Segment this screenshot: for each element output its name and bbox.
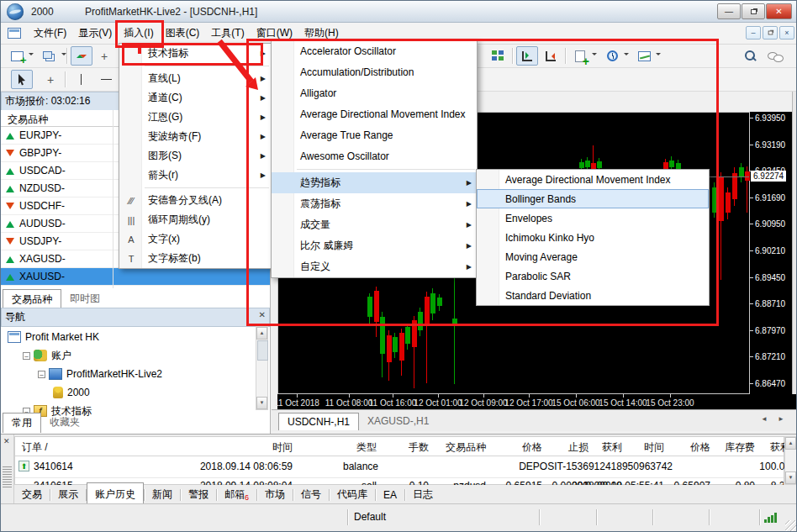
menu-item-图表C[interactable]: 图表(C) [160, 23, 206, 44]
indicator-menu-item-Alligator[interactable]: Alligator [272, 82, 477, 103]
minimize-button[interactable]: — [717, 3, 741, 19]
scroll-thumb[interactable] [257, 340, 268, 361]
column-header-交易品种[interactable]: 交易品种 [446, 440, 486, 455]
insert-menu-item-直线(L)[interactable]: 直线(L)▶ [119, 69, 271, 88]
order-number[interactable]: 3410614 [34, 461, 73, 472]
navigator-close-icon[interactable]: ✕ [259, 310, 266, 319]
trend-menu-item-Average Directional Movement Index[interactable]: Average Directional Movement Index [477, 170, 709, 189]
horizontal-line-button[interactable] [95, 70, 117, 89]
terminal-tab-账户历史[interactable]: 账户历史 [87, 482, 144, 505]
nav-item-账户[interactable]: –账户 [23, 346, 71, 365]
time-axis[interactable]: 11 Oct 201811 Oct 08:0011 Oct 16:0012 Oc… [277, 394, 797, 409]
crosshair-cursor-button[interactable]: + [93, 46, 115, 66]
menu-item-工具T[interactable]: 工具(T) [205, 23, 250, 44]
scroll-down-icon[interactable]: ▼ [785, 471, 796, 484]
terminal-tab-代码库[interactable]: 代码库 [330, 485, 375, 504]
nav-item-ProfitMarketHK-Live2[interactable]: –ProfitMarketHK-Live2 [38, 365, 162, 383]
trend-menu-item-Envelopes[interactable]: Envelopes [477, 208, 709, 228]
tab-收藏夹[interactable]: 收藏夹 [41, 413, 88, 432]
market-watch-toggle-button[interactable] [71, 46, 92, 66]
insert-menu-item-技术指标[interactable]: 技术指标▶ [119, 44, 271, 63]
indicator-menu-item-自定义[interactable]: 自定义▶ [272, 256, 477, 277]
terminal-scrollbar[interactable]: ▲ ▼ [784, 436, 797, 485]
indicator-menu-item-Awesome Oscillator[interactable]: Awesome Oscillator [272, 145, 477, 166]
insert-menu-item-图形(S)[interactable]: 图形(S)▶ [119, 146, 271, 166]
community-chat-button[interactable] [764, 46, 786, 66]
nav-item-Profit Market HK[interactable]: Profit Market HK [8, 328, 99, 346]
indicator-menu-item-Average True Range[interactable]: Average True Range [272, 124, 477, 145]
terminal-close-icon[interactable]: ✕ [3, 437, 10, 445]
terminal-tab-警报[interactable]: 警报 [181, 485, 216, 504]
column-header-时间[interactable]: 时间 [272, 440, 293, 455]
menu-item-插入I[interactable]: 插入(I) [118, 23, 159, 44]
scroll-down-icon[interactable]: ▼ [256, 397, 267, 409]
templates-dropdown-icon[interactable] [656, 53, 661, 58]
column-header-价格[interactable]: 价格 [522, 440, 542, 455]
insert-menu-item-循环周期线(y)[interactable]: |||循环周期线(y) [119, 210, 271, 229]
vertical-line-button[interactable] [70, 70, 92, 89]
periods-clock-dropdown-icon[interactable] [624, 53, 629, 58]
scroll-up-icon[interactable]: ▲ [785, 437, 796, 450]
column-header-库存费[interactable]: 库存费 [725, 440, 755, 455]
insert-menu-item-斐波纳奇(F)[interactable]: 斐波纳奇(F)▶ [119, 127, 271, 146]
menu-item-显示V[interactable]: 显示(V) [72, 23, 118, 44]
insert-menu-item-文字标签(b)[interactable]: T文字标签(b) [119, 249, 271, 268]
terminal-tab-信号[interactable]: 信号 [293, 485, 329, 504]
zoom-out-axis-button[interactable] [540, 46, 562, 66]
cursor-arrow-button[interactable] [11, 70, 33, 89]
terminal-tab-展示[interactable]: 展示 [50, 485, 86, 504]
add-indicator-button[interactable] [569, 46, 591, 66]
column-header-时间[interactable]: 时间 [644, 440, 664, 455]
menu-item-文件F[interactable]: 文件(F) [28, 23, 72, 44]
navigator-scrollbar[interactable]: ▲ ▼ [256, 326, 268, 410]
resize-grip[interactable] [785, 520, 796, 531]
templates-button[interactable] [633, 46, 655, 66]
profile-name[interactable]: Default [354, 511, 386, 523]
insert-menu-item-文字(x)[interactable]: A文字(x) [119, 229, 271, 249]
terminal-tab-新闻[interactable]: 新闻 [145, 485, 180, 504]
expand-icon[interactable]: – [38, 371, 45, 378]
tab-常用[interactable]: 常用 [3, 413, 41, 433]
maximize-button[interactable] [742, 3, 765, 19]
add-indicator-dropdown-icon[interactable] [592, 53, 597, 58]
profiles-button[interactable] [39, 46, 61, 66]
chart-tab-XAGUSD-,H1[interactable]: XAGUSD-,H1 [359, 413, 437, 429]
tab-即时图[interactable]: 即时图 [61, 289, 108, 308]
chart-tab-USDCNH-,H1[interactable]: USDCNH-,H1 [278, 413, 359, 430]
tile-windows-button[interactable] [487, 46, 509, 66]
indicator-menu-item-趋势指标[interactable]: 趋势指标▶ [272, 172, 477, 193]
child-restore-button[interactable] [763, 26, 778, 40]
indicator-menu-item-Accumulation/Distribution[interactable]: Accumulation/Distribution [272, 61, 477, 82]
column-header-手数[interactable]: 手数 [409, 440, 429, 455]
terminal-tab-市场[interactable]: 市场 [257, 485, 293, 504]
indicator-menu-item-比尔 威廉姆[interactable]: 比尔 威廉姆▶ [272, 235, 477, 256]
indicator-menu-item-成交量[interactable]: 成交量▶ [272, 214, 477, 235]
market-symbol-row[interactable]: XAUUSD- [1, 268, 270, 286]
trend-menu-item-Standard Deviation[interactable]: Standard Deviation [477, 286, 709, 305]
column-header-止损[interactable]: 止损 [568, 440, 589, 455]
indicator-menu-item-Accelerator Oscillator[interactable]: Accelerator Oscillator [272, 40, 477, 61]
insert-menu-item-江恩(G)[interactable]: 江恩(G)▶ [119, 108, 271, 127]
terminal-grip-icon[interactable] [3, 466, 12, 488]
tabs-scroll-right-icon[interactable]: ► [778, 415, 784, 423]
terminal-tab-EA[interactable]: EA [376, 487, 404, 503]
terminal-tab-邮箱[interactable]: 邮箱6 [217, 485, 256, 504]
search-magnifier-button[interactable] [739, 46, 761, 66]
insert-menu-item-安德鲁分叉线(A)[interactable]: ⁄⁄⁄安德鲁分叉线(A) [119, 191, 271, 210]
tab-交易品种[interactable]: 交易品种 [3, 289, 61, 309]
trend-menu-item-Parabolic SAR[interactable]: Parabolic SAR [477, 266, 709, 286]
trend-menu-item-Bollinger Bands[interactable]: Bollinger Bands [477, 189, 709, 208]
nav-item-2000[interactable]: 2000 [53, 383, 90, 402]
insert-menu-item-通道(C)[interactable]: 通道(C)▶ [119, 88, 271, 108]
trend-menu-item-Moving Average[interactable]: Moving Average [477, 247, 709, 266]
column-header-类型[interactable]: 类型 [356, 440, 377, 455]
terminal-tab-日志[interactable]: 日志 [405, 485, 441, 504]
column-header-订单 /[interactable]: 订单 / [22, 440, 48, 455]
expand-icon[interactable]: – [23, 352, 30, 360]
column-header-价格[interactable]: 价格 [690, 440, 710, 455]
new-chart-dropdown-icon[interactable] [29, 53, 34, 58]
scroll-up-icon[interactable]: ▲ [256, 327, 267, 340]
close-button[interactable]: ✕ [766, 3, 792, 19]
tabs-scroll-left-icon[interactable]: ◄ [761, 415, 768, 423]
terminal-tab-交易[interactable]: 交易 [14, 485, 50, 504]
